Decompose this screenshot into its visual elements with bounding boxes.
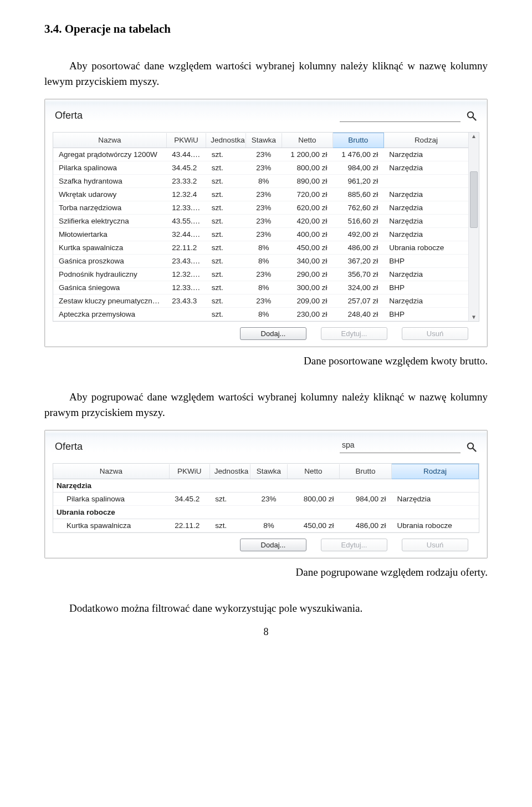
cell-jed: szt. <box>209 519 250 532</box>
cell-nazwa: Pilarka spalinowa <box>53 161 166 175</box>
col-header-stawka[interactable]: Stawka <box>250 464 288 479</box>
scroll-up-icon[interactable]: ▲ <box>470 133 478 140</box>
cell-pkwiu: 23.43.55 <box>166 255 206 268</box>
col-header-jednostka[interactable]: Jednostka <box>206 133 245 148</box>
cell-brutto: 356,70 zł <box>332 268 383 281</box>
table-row[interactable]: Torba narzędziowa12.33.43szt.23%620,00 z… <box>53 201 469 215</box>
col-header-rodzaj[interactable]: Rodzaj <box>383 133 468 148</box>
cell-pkwiu: 12.32.44 <box>166 268 206 281</box>
search-icon[interactable] <box>466 110 477 121</box>
cell-netto: 290,00 zł <box>282 268 333 281</box>
cell-jed: szt. <box>206 255 245 268</box>
table-row[interactable]: Agregat prądotwórczy 1200W43.44.55szt.23… <box>53 148 469 161</box>
col-header-nazwa[interactable]: Nazwa <box>53 133 166 148</box>
group-header-label: Ubrania robocze <box>53 506 479 519</box>
dodaj-button[interactable]: Dodaj... <box>240 539 306 551</box>
search-icon[interactable] <box>466 441 477 453</box>
col-header-netto[interactable]: Netto <box>287 464 339 479</box>
cell-brutto: 984,00 zł <box>332 161 383 175</box>
table-row[interactable]: Zestaw kluczy pneumatycznych23.43.3szt.2… <box>53 295 469 308</box>
cell-nazwa: Kurtka spawalnicza <box>53 241 166 255</box>
cell-rodzaj: Narzędzia <box>392 493 479 506</box>
cell-nazwa: Zestaw kluczy pneumatycznych <box>53 295 166 308</box>
group-header[interactable]: Narzędzia <box>53 479 479 493</box>
cell-netto: 340,00 zł <box>282 255 333 268</box>
cell-brutto: 367,20 zł <box>332 255 383 268</box>
cell-nazwa: Gaśnica proszkowa <box>53 255 166 268</box>
search-input[interactable]: spa <box>340 440 461 453</box>
cell-netto: 209,00 zł <box>282 295 333 308</box>
cell-nazwa: Młotowiertarka <box>53 228 166 241</box>
cell-jed: szt. <box>206 308 245 321</box>
cell-nazwa: Apteczka przemysłowa <box>53 308 166 321</box>
table-row[interactable]: Podnośnik hydrauliczny12.32.44szt.23%290… <box>53 268 469 281</box>
caption-1: Dane posortowane względem kwoty brutto. <box>44 355 488 367</box>
table-row[interactable]: Gaśnica śniegowa12.33.43szt.8%300,00 zł3… <box>53 281 469 295</box>
cell-pkwiu: 23.33.2 <box>166 175 206 188</box>
cell-stawka: 8% <box>245 241 282 255</box>
cell-rodzaj: Narzędzia <box>383 148 468 161</box>
cell-rodzaj: Narzędzia <box>383 268 468 281</box>
table-row[interactable]: Apteczka przemysłowaszt.8%230,00 zł248,4… <box>53 308 469 321</box>
edytuj-button[interactable]: Edytuj... <box>321 539 387 551</box>
panel-title: Oferta <box>55 441 83 453</box>
cell-rodzaj: Narzędzia <box>383 295 468 308</box>
cell-rodzaj: BHP <box>383 308 468 321</box>
table-row[interactable]: Wkrętak udarowy12.32.4szt.23%720,00 zł88… <box>53 188 469 201</box>
col-header-stawka[interactable]: Stawka <box>245 133 282 148</box>
cell-stawka: 8% <box>245 255 282 268</box>
cell-stawka: 23% <box>245 201 282 215</box>
col-header-pkwiu[interactable]: PKWiU <box>169 464 209 479</box>
scroll-down-icon[interactable]: ▼ <box>470 313 478 321</box>
table-row[interactable]: Młotowiertarka32.44.55szt.23%400,00 zł49… <box>53 228 469 241</box>
cell-stawka: 23% <box>245 148 282 161</box>
col-header-brutto[interactable]: Brutto <box>332 133 383 148</box>
oferta-grid: ▲ ▼ Nazwa PKWiU Jednostka Stawka <box>53 132 479 322</box>
cell-netto: 300,00 zł <box>282 281 333 295</box>
scrollbar[interactable]: ▲ ▼ <box>468 133 479 321</box>
cell-netto: 230,00 zł <box>282 308 333 321</box>
cell-rodzaj: BHP <box>383 255 468 268</box>
cell-netto: 720,00 zł <box>282 188 333 201</box>
dodaj-button[interactable]: Dodaj... <box>240 327 306 340</box>
cell-stawka: 23% <box>245 268 282 281</box>
cell-pkwiu: 22.11.2 <box>169 519 209 532</box>
col-header-brutto[interactable]: Brutto <box>340 464 392 479</box>
cell-brutto: 961,20 zł <box>332 175 383 188</box>
cell-netto: 400,00 zł <box>282 228 333 241</box>
cell-rodzaj: Narzędzia <box>383 228 468 241</box>
cell-jed: szt. <box>206 215 245 228</box>
col-header-nazwa[interactable]: Nazwa <box>53 464 169 479</box>
edytuj-button[interactable]: Edytuj... <box>321 327 387 340</box>
cell-jed: szt. <box>206 161 245 175</box>
col-header-pkwiu[interactable]: PKWiU <box>166 133 206 148</box>
cell-brutto: 984,00 zł <box>340 493 392 506</box>
search-input[interactable] <box>340 109 461 122</box>
table-row[interactable]: Szafka hydrantowa23.33.2szt.8%890,00 zł9… <box>53 175 469 188</box>
cell-stawka: 8% <box>245 281 282 295</box>
col-header-jednostka[interactable]: Jednostka <box>209 464 250 479</box>
cell-stawka: 23% <box>245 188 282 201</box>
table-row[interactable]: Szlifierka elektryczna43.55.44szt.23%420… <box>53 215 469 228</box>
col-header-netto[interactable]: Netto <box>282 133 333 148</box>
table-row[interactable]: Gaśnica proszkowa23.43.55szt.8%340,00 zł… <box>53 255 469 268</box>
table-row[interactable]: Pilarka spalinowa34.45.2szt.23%800,00 zł… <box>53 161 469 175</box>
cell-brutto: 492,00 zł <box>332 228 383 241</box>
cell-nazwa: Wkrętak udarowy <box>53 188 166 201</box>
usun-button[interactable]: Usuń <box>402 539 468 551</box>
scroll-thumb[interactable] <box>470 171 478 228</box>
cell-rodzaj: Narzędzia <box>383 188 468 201</box>
cell-rodzaj: Ubrania robocze <box>392 519 479 532</box>
group-header[interactable]: Ubrania robocze <box>53 506 479 519</box>
cell-netto: 450,00 zł <box>282 241 333 255</box>
cell-brutto: 1 476,00 zł <box>332 148 383 161</box>
cell-pkwiu: 23.43.3 <box>166 295 206 308</box>
cell-rodzaj: Narzędzia <box>383 201 468 215</box>
cell-nazwa: Torba narzędziowa <box>53 201 166 215</box>
table-row[interactable]: Kurtka spawalnicza22.11.2szt.8%450,00 zł… <box>53 241 469 255</box>
usun-button[interactable]: Usuń <box>402 327 468 340</box>
col-header-rodzaj[interactable]: Rodzaj <box>392 464 479 479</box>
cell-brutto: 248,40 zł <box>332 308 383 321</box>
table-row[interactable]: Kurtka spawalnicza22.11.2szt.8%450,00 zł… <box>53 519 479 532</box>
table-row[interactable]: Pilarka spalinowa34.45.2szt.23%800,00 zł… <box>53 493 479 506</box>
